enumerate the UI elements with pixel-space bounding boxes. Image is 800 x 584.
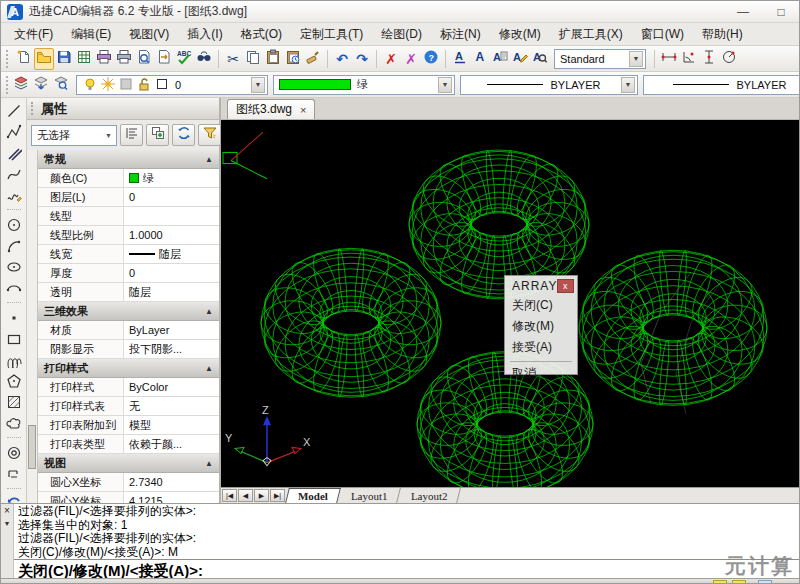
property-filter-button[interactable] — [198, 124, 221, 146]
layers-button[interactable] — [11, 74, 31, 96]
maximize-button[interactable]: □ — [773, 5, 789, 19]
array-item-1[interactable]: 修改(M) — [505, 316, 577, 337]
section-header[interactable]: 常规▲ — [38, 150, 219, 169]
menu-item-9[interactable]: 扩展工具(X) — [550, 23, 632, 46]
add-selection-button[interactable] — [146, 124, 169, 146]
find-button[interactable] — [194, 48, 214, 70]
selection-combo[interactable]: 无选择 ▼ — [31, 125, 117, 146]
paste-special-button[interactable] — [283, 48, 303, 70]
dim-ordinate-button[interactable] — [699, 48, 719, 70]
dim-radius-button[interactable] — [719, 48, 739, 70]
section-header[interactable]: 视图▲ — [38, 454, 219, 473]
copy-button[interactable] — [243, 48, 263, 70]
region-tool-button[interactable] — [3, 465, 25, 486]
coil-tool-button[interactable] — [3, 351, 25, 372]
property-value[interactable]: 无 — [124, 397, 219, 415]
print-2-button[interactable] — [114, 48, 134, 70]
minimize-button[interactable]: — — [735, 5, 751, 19]
refresh-tool-button[interactable] — [3, 495, 25, 503]
property-value[interactable]: 1.0000 — [124, 226, 219, 244]
rectangle-tool-button[interactable] — [3, 330, 25, 351]
layout-nav-button-3[interactable]: ▶| — [270, 489, 285, 502]
chevron-down-icon[interactable]: ▼ — [629, 51, 643, 67]
text-style-button[interactable]: A — [510, 48, 530, 70]
undo-button[interactable]: ↶ — [332, 48, 352, 70]
menu-item-3[interactable]: 插入(I) — [178, 23, 231, 46]
text-find-button[interactable]: A — [530, 48, 550, 70]
layout-tab-model[interactable]: Model — [285, 488, 341, 503]
quick-select-button[interactable] — [120, 124, 143, 146]
collapse-icon[interactable]: ▲ — [205, 459, 213, 468]
section-header[interactable]: 打印样式▲ — [38, 359, 219, 378]
erase-button[interactable]: ✗ — [381, 48, 401, 70]
property-value[interactable]: ByLayer — [124, 321, 219, 339]
new-file-button[interactable] — [14, 48, 34, 70]
drawing-canvas[interactable]: ZXY ARRAY x 关闭(C)修改(M)接受(A) 取消 — [221, 120, 799, 487]
toolbar-grip[interactable] — [6, 50, 11, 68]
layer-find-button[interactable] — [51, 74, 71, 96]
property-value[interactable] — [124, 207, 219, 225]
layer-combo[interactable]: 0 ▼ — [76, 75, 268, 95]
help-button[interactable]: ? — [421, 48, 441, 70]
menu-item-8[interactable]: 修改(M) — [490, 23, 550, 46]
line-tool-button[interactable] — [3, 102, 25, 123]
array-cancel-item[interactable]: 取消 — [505, 363, 577, 384]
status-icon[interactable] — [732, 580, 746, 584]
dim-angular-button[interactable] — [679, 48, 699, 70]
print-preview-button[interactable] — [134, 48, 154, 70]
toggle-pickadd-button[interactable] — [172, 124, 195, 146]
polygon-tool-button[interactable] — [3, 372, 25, 393]
redo-button[interactable]: ↷ — [352, 48, 372, 70]
dim-linear-button[interactable] — [659, 48, 679, 70]
chevron-down-icon[interactable]: ▼ — [105, 132, 116, 139]
text-style-combo[interactable]: Standard ▼ — [554, 49, 646, 69]
menu-item-4[interactable]: 格式(O) — [232, 23, 291, 46]
sketch-tool-button[interactable] — [3, 186, 25, 207]
cut-button[interactable]: ✂ — [223, 48, 243, 70]
menu-item-10[interactable]: 窗口(W) — [632, 23, 693, 46]
array-dialog-close-button[interactable]: x — [557, 279, 574, 293]
document-tab[interactable]: 图纸3.dwg × — [227, 99, 315, 119]
layout-nav-button-0[interactable]: |◀ — [222, 489, 237, 502]
linetype-combo[interactable]: BYLAYER ▼ — [460, 75, 638, 95]
ellipse-arc-tool-button[interactable] — [3, 279, 25, 300]
menu-item-6[interactable]: 绘图(D) — [372, 23, 431, 46]
property-value[interactable]: 投下阴影... — [124, 340, 219, 358]
double-line-tool-button[interactable] — [3, 144, 25, 165]
close-tab-icon[interactable]: × — [300, 104, 306, 116]
collapse-command-icon[interactable]: ▼ — [4, 520, 11, 527]
hatch-tool-button[interactable] — [3, 393, 25, 414]
collapse-icon[interactable]: ▲ — [205, 155, 213, 164]
point-tool-button[interactable] — [3, 309, 25, 330]
circle-tool-button[interactable] — [3, 216, 25, 237]
print-button[interactable] — [94, 48, 114, 70]
chevron-down-icon[interactable]: ▼ — [251, 77, 265, 93]
open-folder-button[interactable] — [34, 48, 54, 70]
text-button[interactable]: A — [470, 48, 490, 70]
lineweight-combo[interactable]: BYLAYER — [643, 75, 799, 95]
save-button[interactable] — [54, 48, 74, 70]
layout-tab-layout1[interactable]: Layout1 — [339, 488, 400, 503]
property-value[interactable]: 0 — [124, 188, 219, 206]
arc-tool-button[interactable] — [3, 237, 25, 258]
menu-item-0[interactable]: 文件(F) — [5, 23, 62, 46]
save-sheet-button[interactable] — [74, 48, 94, 70]
array-item-2[interactable]: 接受(A) — [505, 337, 577, 358]
menu-item-7[interactable]: 标注(N) — [431, 23, 490, 46]
menu-item-1[interactable]: 编辑(E) — [62, 23, 120, 46]
status-icon[interactable] — [713, 580, 727, 584]
section-header[interactable]: 三维效果▲ — [38, 302, 219, 321]
layout-tab-layout2[interactable]: Layout2 — [399, 488, 460, 503]
property-value[interactable]: 随层 — [124, 245, 219, 263]
array-item-0[interactable]: 关闭(C) — [505, 295, 577, 316]
property-value[interactable]: 0 — [124, 264, 219, 282]
toolbar-grip[interactable] — [6, 76, 8, 94]
page-setup-button[interactable] — [154, 48, 174, 70]
layout-nav-button-1[interactable]: ◀ — [238, 489, 253, 502]
text-underline-button[interactable]: A — [450, 48, 470, 70]
color-combo[interactable]: 绿 ▼ — [273, 75, 455, 95]
ellipse-tool-button[interactable] — [3, 258, 25, 279]
donut-tool-button[interactable] — [3, 444, 25, 465]
paste-button[interactable] — [263, 48, 283, 70]
spell-check-button[interactable]: ABC — [174, 48, 194, 70]
